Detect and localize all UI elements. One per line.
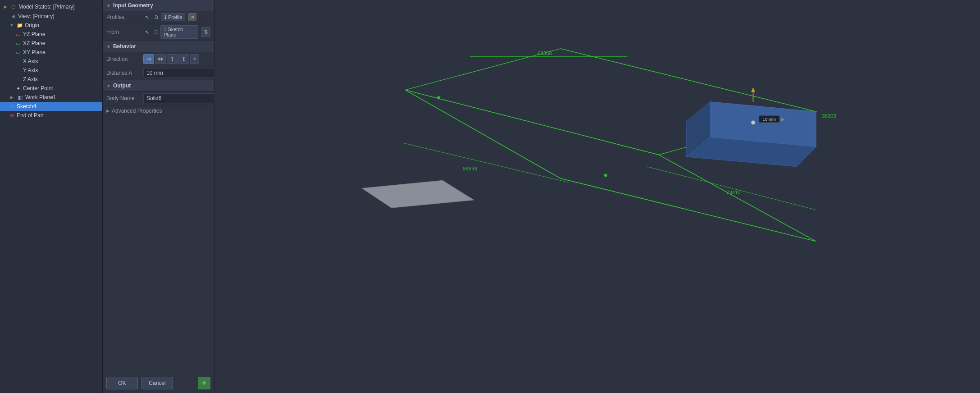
- dim-10mm-label: 10 mm: [763, 117, 776, 122]
- from-flip-icon: ⇅: [204, 29, 208, 35]
- view-label: View: [Primary]: [18, 13, 54, 19]
- advanced-properties-label: Advanced Properties: [112, 108, 162, 114]
- direction-btn-2[interactable]: [155, 54, 166, 64]
- model-states-row[interactable]: ▶ ⬡ Model States: [Primary]: [0, 2, 102, 12]
- from-value-container: ↖ ⬡ 1 Sketch Plane ⇅: [143, 25, 210, 39]
- y-axis-icon: —: [14, 67, 22, 74]
- add-icon: +: [202, 379, 206, 387]
- direction-dropdown-icon: ▼: [193, 57, 197, 61]
- profiles-button[interactable]: 1 Profile: [161, 13, 185, 21]
- end-of-part-icon: ⊗: [8, 112, 15, 119]
- tree-item-end-of-part[interactable]: ⊗ End of Part: [0, 111, 102, 120]
- from-value: 1 Sketch Plane: [164, 27, 195, 37]
- xy-plane-label: XY Plane: [23, 49, 46, 55]
- tree-item-origin[interactable]: ▼ 📁 Origin: [0, 21, 102, 30]
- from-flip-button[interactable]: ⇅: [201, 27, 210, 37]
- tree-item-zaxis[interactable]: — Z Axis: [0, 75, 102, 84]
- action-buttons-row: OK Cancel +: [103, 373, 214, 393]
- from-sketch-icon: ⬡: [153, 29, 159, 35]
- distance-a-row: Distance A ▶ ⇅: [103, 66, 214, 80]
- direction-btn-1[interactable]: [143, 54, 154, 64]
- direction-icon-3: [169, 56, 175, 62]
- point-marker-bottom: [604, 174, 607, 177]
- direction-icon-2: [157, 56, 164, 62]
- tree-item-yz[interactable]: ▭ YZ Plane: [0, 30, 102, 39]
- tree-item-xaxis[interactable]: — X Axis: [0, 57, 102, 66]
- tree-item-xz[interactable]: ▭ XZ Plane: [0, 39, 102, 48]
- ok-button[interactable]: OK: [106, 377, 138, 389]
- xz-plane-icon: ▭: [14, 40, 22, 47]
- advanced-expand-icon: ▶: [106, 109, 109, 113]
- from-button[interactable]: 1 Sketch Plane: [160, 25, 198, 39]
- profile-doc-icon: 🗋: [153, 14, 160, 20]
- distance-a-input[interactable]: [143, 68, 217, 78]
- svg-marker-8: [182, 57, 185, 58]
- direction-icon-4: [181, 56, 187, 62]
- cancel-button[interactable]: Cancel: [141, 377, 173, 389]
- xz-plane-label: XZ Plane: [23, 40, 45, 46]
- xy-plane-icon: ▭: [14, 49, 22, 56]
- view-expand-icon: [2, 13, 8, 20]
- tree-item-yaxis[interactable]: — Y Axis: [0, 66, 102, 75]
- svg-marker-6: [171, 57, 173, 58]
- center-point-icon: ✦: [14, 85, 22, 92]
- tree-item-workplane1[interactable]: ▶ ◧ Work Plane1: [0, 93, 102, 102]
- tree-item-sketch4[interactable]: ✏ Sketch4: [0, 102, 102, 111]
- profiles-value-container: ↖ 🗋 1 Profile ✕: [143, 13, 210, 21]
- direction-label: Direction: [106, 56, 143, 62]
- model-states-icon: ⬡: [10, 3, 17, 10]
- profiles-clear-button[interactable]: ✕: [188, 13, 196, 21]
- output-title: Output: [113, 82, 131, 89]
- dim-68358: 68358: [538, 50, 552, 56]
- tree-item-xy[interactable]: ▭ XY Plane: [0, 48, 102, 57]
- end-of-part-label: End of Part: [17, 112, 44, 119]
- sketch4-label: Sketch4: [17, 103, 36, 110]
- viewport[interactable]: 68358 84898 73410 10 mm ▶ 38203: [214, 0, 980, 393]
- view-row[interactable]: ⊞ View: [Primary]: [0, 12, 102, 21]
- advanced-properties-row[interactable]: ▶ Advanced Properties: [103, 105, 214, 116]
- body-name-input[interactable]: [143, 93, 217, 103]
- dim-84898: 84898: [463, 166, 477, 171]
- direction-btn-4[interactable]: [178, 54, 189, 64]
- from-label: From: [106, 29, 143, 35]
- input-geometry-collapse-icon: ▼: [106, 3, 111, 8]
- select-arrow-icon: ↖: [143, 14, 150, 21]
- y-axis-label: Y Axis: [23, 67, 38, 73]
- workplane-icon: ◧: [17, 94, 24, 101]
- profiles-clear-icon: ✕: [191, 14, 195, 20]
- input-geometry-header[interactable]: ▼ Input Geometry: [103, 0, 214, 11]
- x-axis-label: X Axis: [23, 58, 38, 64]
- cancel-label: Cancel: [149, 380, 165, 386]
- 3d-scene: 68358 84898 73410 10 mm ▶ 38203: [214, 0, 980, 393]
- properties-panel: ▼ Input Geometry Profiles ↖ 🗋 1 Profile …: [103, 0, 214, 393]
- add-button[interactable]: +: [198, 377, 210, 389]
- dim-38203: 38203: [822, 113, 836, 119]
- origin-folder-icon: 📁: [16, 22, 23, 29]
- dim-73410: 73410: [726, 190, 741, 195]
- direction-btn-3[interactable]: [167, 54, 178, 64]
- output-header[interactable]: ▼ Output: [103, 80, 214, 91]
- origin-label: Origin: [25, 22, 39, 28]
- direction-row: Direction: [103, 52, 214, 66]
- profiles-count: 1 Profile: [164, 14, 182, 20]
- svg-marker-4: [161, 57, 163, 61]
- body-name-value-container: [143, 93, 217, 103]
- behavior-header[interactable]: ▼ Behavior: [103, 41, 214, 52]
- body-name-row: Body Name: [103, 91, 214, 105]
- direction-buttons: ▼: [143, 54, 210, 64]
- distance-input-wrapper: ▶: [143, 68, 224, 78]
- svg-marker-9: [182, 60, 185, 61]
- center-point-label: Center Point: [23, 85, 53, 91]
- center-dot: [751, 121, 755, 125]
- point-marker-left: [437, 96, 440, 99]
- input-geometry-title: Input Geometry: [113, 2, 153, 9]
- direction-dropdown[interactable]: ▼: [190, 54, 199, 64]
- behavior-title: Behavior: [113, 43, 136, 50]
- model-states-expand-icon: ▶: [2, 3, 9, 10]
- output-collapse-icon: ▼: [106, 83, 111, 88]
- tree-item-center-point[interactable]: ✦ Center Point: [0, 84, 102, 93]
- workplane-label: Work Plane1: [25, 94, 56, 101]
- body-name-label: Body Name: [106, 95, 143, 101]
- yz-plane-label: YZ Plane: [23, 31, 45, 37]
- distance-a-label: Distance A: [106, 70, 143, 76]
